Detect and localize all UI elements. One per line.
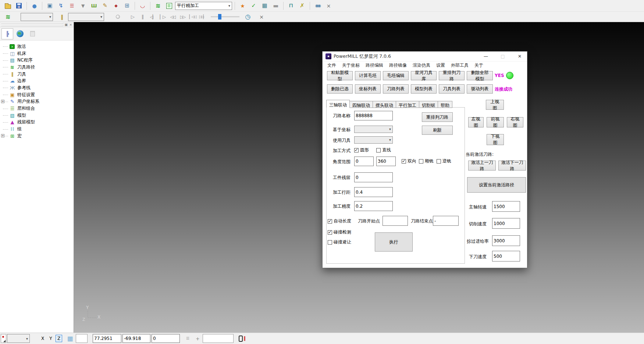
statusbar-select[interactable] (7, 334, 30, 343)
checkbox-checked-icon[interactable] (328, 219, 332, 224)
tool-library-button[interactable]: 星河刀具库 (411, 71, 437, 80)
stepover-input[interactable] (354, 187, 393, 197)
bidirectional-checkbox[interactable]: 双向 (402, 158, 416, 164)
cutting-speed-input[interactable] (492, 218, 520, 229)
workplane-compass-icon[interactable] (193, 334, 203, 343)
checkbox-icon[interactable] (419, 159, 423, 164)
expand-plus-icon[interactable] (1, 100, 4, 103)
stock-icon[interactable] (313, 1, 323, 11)
tree-item-workplanes[interactable]: 用户坐标系 (0, 98, 74, 105)
axis-x-button[interactable]: X (39, 335, 46, 342)
menu-path-mirror[interactable]: 路径镜像 (389, 62, 407, 69)
simulation-speed-slider[interactable] (211, 16, 239, 17)
toolpath-list-button[interactable]: 刀路列表 (383, 84, 409, 94)
device-icon[interactable] (239, 336, 243, 342)
coord-x-input[interactable] (93, 334, 121, 343)
execute-button[interactable]: 执行 (375, 232, 413, 252)
climb-checkbox[interactable]: 顺铣 (419, 158, 434, 164)
tree-item-tools[interactable]: 刀具 (0, 71, 74, 78)
toolpath-spring-icon[interactable] (153, 1, 163, 11)
collision-avoid-checkbox[interactable]: 碰撞避让 (328, 239, 351, 245)
tree-item-models[interactable]: 模型 (0, 112, 74, 119)
clamp-icon[interactable] (286, 1, 296, 11)
go-to-end-icon[interactable] (198, 13, 207, 21)
model-list-button[interactable]: 模型列表 (411, 84, 437, 94)
rewind-icon[interactable] (168, 13, 177, 21)
menu-about-coords[interactable]: 关于坐标 (342, 62, 360, 69)
open-project-icon[interactable] (3, 1, 13, 11)
calc-block-button[interactable]: 计算毛坯 (355, 71, 381, 80)
mode-line-checkbox[interactable]: 直线 (376, 147, 391, 153)
block-icon[interactable] (45, 1, 55, 11)
menu-settings[interactable]: 设置 (436, 62, 445, 69)
xyz-list-icon[interactable] (183, 334, 193, 343)
expand-plus-icon[interactable] (1, 134, 4, 137)
left-view-button[interactable]: 左视图 (468, 117, 484, 127)
use-tool-select[interactable] (354, 136, 393, 144)
tab-4axis[interactable]: 四轴联动 (350, 101, 373, 108)
tree-item-machine[interactable]: 机床 (0, 50, 74, 57)
coord-z-input[interactable] (152, 334, 180, 343)
tree-item-stock-models[interactable]: 残留模型 (0, 119, 74, 126)
top-view-button[interactable]: 上视图 (486, 100, 504, 110)
activate-next-button[interactable]: 激活下一刀路 (498, 161, 526, 171)
delete-all-models-button[interactable]: 删除全部模型 (467, 71, 493, 80)
tool-create-icon[interactable] (78, 1, 88, 11)
print-icon[interactable] (29, 1, 39, 11)
delete-selected-button[interactable]: 删除已选 (327, 84, 353, 94)
toolbar-close-icon[interactable] (257, 13, 266, 21)
tree-item-groups[interactable]: 组 (0, 126, 74, 133)
toolpath-create-icon[interactable] (56, 1, 66, 11)
grid-toggle-icon[interactable] (65, 334, 75, 343)
based-coord-select[interactable] (354, 126, 393, 133)
toolpath-name-input[interactable] (354, 111, 393, 120)
conventional-checkbox[interactable]: 逆铣 (437, 158, 451, 164)
checkbox-icon[interactable] (437, 159, 441, 164)
menu-file[interactable]: 文件 (327, 62, 336, 69)
dialog-title-bar[interactable]: PowerMILL 忆梦星河 7.0.6 — □ ✕ (323, 52, 527, 62)
tree-item-boundaries[interactable]: 边界 (0, 77, 74, 84)
activate-prev-button[interactable]: 激活上一刀路 (468, 161, 496, 171)
nc-program-create-icon[interactable] (67, 1, 77, 11)
grid-size-box[interactable] (76, 334, 88, 343)
verify-icon[interactable] (249, 1, 259, 11)
right-view-button[interactable]: 右视图 (507, 117, 523, 127)
checkbox-checked-icon[interactable] (354, 148, 359, 152)
dock-grip[interactable]: ▣ × (0, 22, 74, 27)
auto-length-checkbox[interactable]: 自动长度 (328, 218, 351, 224)
menu-about[interactable]: 关于 (474, 62, 483, 69)
tree-item-nc-program[interactable]: NC程序 (0, 57, 74, 64)
go-to-start-icon[interactable] (188, 13, 197, 21)
tolerance-input[interactable] (354, 201, 393, 211)
tab-parallel[interactable]: 平行加工 (396, 101, 419, 108)
collision-check-icon[interactable] (238, 1, 248, 11)
axis-y-button[interactable]: Y (47, 335, 54, 342)
save-project-icon[interactable] (14, 1, 24, 11)
tab-world[interactable] (14, 28, 26, 39)
dock-close-icon[interactable]: × (69, 22, 72, 27)
paste-new-model-button[interactable]: 粘贴新模型 (327, 71, 353, 80)
tab-saw[interactable]: 切割锯 (419, 101, 438, 108)
checkbox-icon[interactable] (376, 148, 381, 152)
boundary-create-icon[interactable] (89, 1, 99, 11)
simulation-icon[interactable] (138, 1, 147, 11)
tree-item-feature-sets[interactable]: 特征设置 (0, 91, 74, 98)
calculator-icon[interactable] (260, 1, 270, 11)
mode-circle-checkbox[interactable]: 圆形 (354, 147, 369, 153)
step-forward-icon[interactable] (158, 13, 167, 21)
sim-toolpath-select[interactable] (21, 13, 53, 21)
rearrange-toolpaths-button[interactable]: 重排列刀路 (439, 71, 465, 80)
strategy-list-icon[interactable] (164, 1, 174, 11)
minimize-button[interactable]: — (478, 52, 493, 61)
tree-item-toolpaths[interactable]: 刀具路径 (0, 64, 74, 71)
checkbox-checked-icon[interactable] (402, 159, 406, 164)
tree-item-activate[interactable]: 激活 (0, 43, 74, 50)
tree-item-macros[interactable]: 宏 (0, 133, 74, 140)
pick-indicator-box[interactable] (1, 334, 6, 343)
drive-list-button[interactable]: 驱动列表 (467, 84, 493, 94)
coord-list-button[interactable]: 坐标列表 (355, 84, 381, 94)
tool-list-button[interactable]: 刀具列表 (439, 84, 465, 94)
start-point-input[interactable] (383, 216, 408, 226)
tree-item-patterns[interactable]: 参考线 (0, 84, 74, 91)
block-edit-button[interactable]: 毛坯编辑 (383, 71, 409, 80)
